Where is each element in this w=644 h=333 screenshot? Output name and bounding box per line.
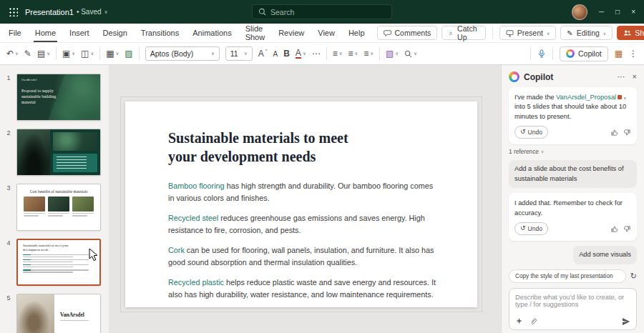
paste-button[interactable]: ▤ ∨ [37,49,50,58]
user-avatar[interactable] [572,4,587,20]
format-painter-button[interactable]: ✎ [24,49,31,58]
close-button[interactable]: × [631,8,635,16]
find-button[interactable]: ∨ [404,50,417,58]
menu-view[interactable]: View [316,24,336,42]
thumbs-up-icon[interactable] [610,225,618,233]
copilot-button[interactable]: Copilot [560,46,608,61]
divider [99,47,100,60]
new-slide-icon: ▣ [62,49,70,58]
slide-5-thumbnail[interactable]: VanArsdel [16,294,101,333]
slide-canvas: Sustainable materials to meet your devel… [109,65,501,333]
copilot-input-box[interactable] [509,288,637,330]
new-slide-button[interactable]: ▣ ∨ [62,49,75,58]
font-size-select[interactable]: 11 ∨ [225,46,253,61]
ribbon-overflow-button[interactable]: ⋮ [629,49,638,59]
app-launcher-icon[interactable] [9,7,18,16]
send-icon[interactable] [622,317,630,326]
chevron-down-icon: ∨ [47,51,50,56]
refresh-suggestion-button[interactable]: ↻ [630,272,637,281]
undo-action-button[interactable]: ↺ Undo [514,222,548,235]
chevron-down-icon: ∨ [623,96,626,100]
chevron-down-icon: ∨ [116,51,119,56]
slide-2-text-panel [53,154,97,172]
menu-transitions[interactable]: Transitions [140,24,180,42]
powerpoint-window: Presentation1 • Saved ∨ ─ □ × File Home … [0,0,644,333]
thumbnail-row: 1 VanArsdel Proposal to supply sustainab… [0,74,109,121]
file-link[interactable]: VanArsdel_Proposal [556,94,616,101]
menu-file[interactable]: File [7,24,23,42]
menu-slide-show[interactable]: Slide Show [244,20,267,46]
maximize-button[interactable]: □ [615,8,620,16]
layout-button[interactable]: ◫ ∨ [81,49,94,58]
picture-button[interactable]: ▨ [125,49,132,58]
comments-label: Comments [395,29,431,37]
titlebar: Presentation1 • Saved ∨ ─ □ × [0,0,644,24]
slide-4-thumbnail-selected[interactable]: Sustainable materials to meet your devel… [16,239,101,286]
undo-button[interactable]: ↶ ∨ [6,49,19,58]
slide-2-thumbnail[interactable] [16,129,101,176]
undo-label: Undo [528,128,542,136]
comment-icon [384,29,391,37]
catch-up-button[interactable]: Catch Up [441,26,486,40]
thumbs-up-icon[interactable] [610,129,618,136]
copilot-panel: Copilot ⋯ × I've made the VanArsdel_Prop… [501,65,644,333]
menu-review[interactable]: Review [277,24,306,42]
dictate-button[interactable] [537,49,546,58]
font-name-select[interactable]: Aptos (Body) ∨ [145,46,220,61]
table-button[interactable]: ▦ ∨ [106,49,119,58]
menu-animations[interactable]: Animations [191,24,233,42]
thumbs-down-icon[interactable] [623,129,631,136]
pencil-icon: ✎ [567,29,572,37]
attach-icon[interactable] [530,317,537,325]
slide-title-textbox[interactable]: Sustainable materials to meet your devel… [168,129,477,166]
catch-up-label: Catch Up [457,24,479,41]
panel-more-button[interactable]: ⋯ [618,72,625,81]
reference-toggle[interactable]: 1 reference ∨ [509,148,637,155]
slide-1-thumbnail[interactable]: VanArsdel Proposal to supply sustainable… [16,74,101,121]
slide-3-title: Cost benefits of sustainable materials [24,189,93,194]
present-button[interactable]: Present ∨ [499,26,557,40]
slide-body-textbox[interactable]: Bamboo flooring has high strength and du… [168,180,439,302]
sparkle-icon[interactable] [515,317,523,325]
minimize-button[interactable]: ─ [599,8,604,16]
suggestion-chip[interactable]: Copy the style of my last presentation [509,269,626,283]
menu-design[interactable]: Design [102,24,129,42]
undo-action-button[interactable]: ↺ Undo [514,126,548,139]
menu-bar: File Home Insert Design Transitions Anim… [0,24,644,43]
search-bar[interactable] [252,4,392,19]
menu-help[interactable]: Help [347,24,366,42]
thumbs-down-icon[interactable] [623,225,631,233]
catch-up-icon [448,29,454,37]
share-label: Share [635,29,644,37]
font-color-button[interactable]: A ∨ [296,49,306,59]
comments-button[interactable]: Comments [377,26,438,40]
search-input[interactable] [270,8,386,16]
menu-insert[interactable]: Insert [68,24,91,42]
grow-font-icon: A [258,49,264,59]
increase-font-button[interactable]: A^ [258,49,268,59]
divider [326,47,327,60]
decrease-font-button[interactable]: A [273,50,278,58]
bullets-button[interactable]: ≡ ∨ [333,49,343,58]
copilot-button-label: Copilot [578,49,602,58]
chevron-down-icon: ∨ [395,51,399,56]
document-title-group[interactable]: Presentation1 • Saved ∨ [25,8,108,16]
slide-paragraph: Recycled steel reduces greenhouse gas em… [168,212,439,237]
editing-mode-button[interactable]: ✎ Editing ∨ [560,26,613,40]
copilot-prompt-input[interactable] [515,294,630,315]
current-slide[interactable]: Sustainable materials to meet your devel… [125,101,477,307]
present-label: Present [517,29,543,37]
share-button[interactable]: Share ∨ [617,26,644,40]
align-button[interactable]: ≡ ∨ [364,49,374,58]
slide-2-photo [53,132,97,151]
ribbon-toolbar: ↶ ∨ ✎ ▤ ∨ ▣ ∨ ◫ ∨ ▦ ∨ ▨ Aptos (Body) [0,43,644,65]
panel-close-button[interactable]: × [633,72,637,81]
designer-button[interactable]: ▦ [615,49,623,58]
numbering-button[interactable]: ≡ ∨ [348,49,358,58]
menu-home[interactable]: Home [34,24,57,42]
more-font-options-button[interactable]: ⋯ [312,49,321,59]
slide-3-thumbnail[interactable]: Cost benefits of sustainable materials [16,184,101,231]
bold-button[interactable]: B [283,49,290,59]
shapes-button[interactable]: ▧ ∨ [386,49,399,58]
chevron-down-icon: ∨ [104,9,108,15]
